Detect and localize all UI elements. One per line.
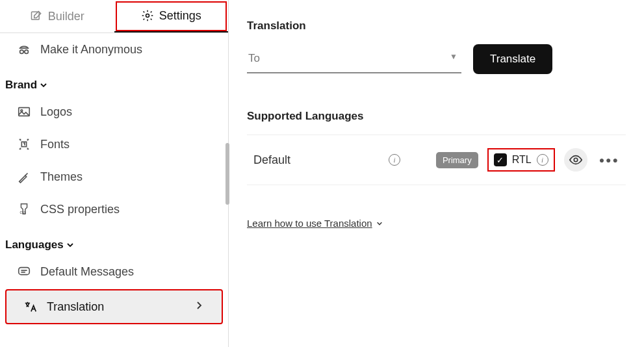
eye-icon	[569, 153, 583, 167]
sidebar-item-label: Themes	[40, 170, 83, 184]
sidebar-item-default-messages[interactable]: Default Messages	[0, 255, 228, 288]
top-tabs: Builder Settings	[0, 0, 228, 33]
tab-settings[interactable]: Settings	[114, 0, 229, 32]
anonymous-icon	[17, 42, 31, 57]
sidebar-item-logos[interactable]: Logos	[0, 96, 228, 128]
tab-label: Settings	[159, 9, 201, 23]
sidebar-item-themes[interactable]: Themes	[0, 161, 228, 193]
svg-point-2	[20, 50, 23, 54]
supported-languages-heading: Supported Languages	[247, 110, 626, 123]
svg-rect-8	[19, 268, 30, 275]
image-icon	[17, 105, 31, 119]
svg-text:css: css	[20, 210, 27, 214]
section-brand[interactable]: Brand	[0, 66, 228, 96]
translate-button[interactable]: Translate	[473, 44, 552, 74]
translation-heading: Translation	[247, 19, 626, 32]
sidebar-item-label: Default Messages	[40, 265, 134, 279]
section-label: Brand	[5, 79, 37, 92]
sidebar-item-label: Logos	[40, 105, 72, 119]
learn-translation-link[interactable]: Learn how to use Translation	[247, 218, 383, 229]
sidebar: Builder Settings Make it Anonymous Brand…	[0, 0, 229, 347]
visibility-button[interactable]	[564, 148, 587, 172]
checkbox-checked-icon[interactable]: ✓	[494, 153, 507, 166]
message-icon	[17, 264, 31, 279]
rtl-label: RTL	[512, 154, 532, 166]
learn-label: Learn how to use Translation	[247, 218, 372, 229]
to-language-select[interactable]: To	[247, 45, 461, 73]
sidebar-item-fonts[interactable]: Fonts	[0, 128, 228, 161]
section-languages[interactable]: Languages	[0, 225, 228, 255]
info-icon[interactable]: i	[537, 154, 548, 166]
translate-icon	[23, 300, 38, 314]
sidebar-item-label: Make it Anonymous	[40, 43, 142, 57]
chevron-right-icon	[196, 301, 214, 313]
tab-builder[interactable]: Builder	[0, 0, 114, 32]
language-row-default: Default i Primary ✓ RTL i ●●●	[247, 135, 626, 185]
info-icon[interactable]: i	[389, 154, 400, 166]
language-name: Default	[253, 153, 377, 167]
svg-point-9	[574, 158, 578, 162]
rtl-checkbox-group[interactable]: ✓ RTL i	[490, 151, 552, 169]
builder-icon	[30, 10, 43, 23]
sidebar-item-css[interactable]: css CSS properties	[0, 193, 228, 225]
more-menu-button[interactable]: ●●●	[599, 155, 619, 165]
sidebar-item-label: CSS properties	[40, 203, 120, 216]
main-panel: Translation To ▼ Translate Supported Lan…	[229, 0, 644, 347]
chevron-down-icon	[40, 81, 47, 89]
font-icon	[17, 137, 31, 151]
tab-label: Builder	[48, 10, 84, 23]
svg-point-1	[146, 14, 149, 18]
chevron-down-icon	[66, 241, 74, 249]
css-icon: css	[17, 202, 31, 216]
sidebar-item-translation[interactable]: Translation	[6, 290, 222, 323]
svg-point-3	[25, 50, 28, 54]
sidebar-item-label: Fonts	[40, 138, 70, 151]
sidebar-item-label: Translation	[47, 300, 104, 314]
chevron-down-icon	[376, 220, 383, 227]
gear-icon	[141, 9, 154, 22]
section-label: Languages	[5, 238, 64, 251]
sidebar-item-anonymous[interactable]: Make it Anonymous	[0, 33, 228, 66]
primary-badge: Primary	[436, 152, 478, 168]
brush-icon	[17, 170, 31, 184]
